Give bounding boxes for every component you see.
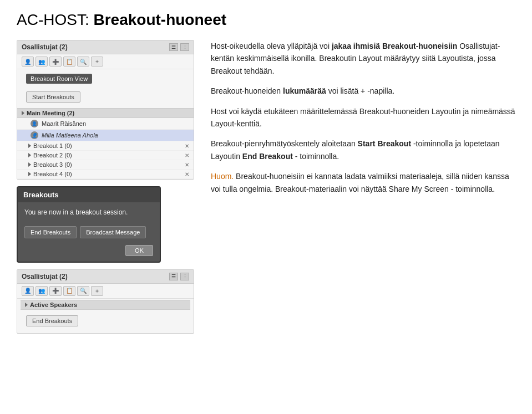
panel-header-icons: ☰ ⋮ bbox=[169, 43, 189, 51]
page-title: AC-HOST: Breakout-huoneet bbox=[17, 11, 515, 29]
icon-btn-b4[interactable]: 📋 bbox=[63, 286, 75, 296]
breakout-item-3: Breakout 3 (0) ✕ bbox=[17, 160, 194, 170]
participant-icons-row: 👤 👥 ➕ 📋 🔍 ＋ bbox=[17, 54, 194, 69]
participant-icons-bottom: 👤 👥 ➕ 📋 🔍 ＋ bbox=[17, 284, 194, 299]
triangle-icon-b2 bbox=[28, 153, 31, 157]
icon-btn-b3[interactable]: ➕ bbox=[49, 286, 62, 296]
icon-btn-plus[interactable]: ＋ bbox=[91, 57, 103, 67]
tooltip-area: Breakout Room View bbox=[17, 69, 194, 88]
icon-btn-3[interactable]: ➕ bbox=[49, 57, 62, 67]
avatar-1: 👤 bbox=[31, 120, 38, 127]
left-column: Osallistujat (2) ☰ ⋮ 👤 👥 ➕ 📋 🔍 ＋ Breakou… bbox=[17, 40, 194, 334]
end-breakouts-button[interactable]: End Breakouts bbox=[26, 315, 78, 326]
paragraph-2: Breakout-huoneiden lukumäärää voi lisätä… bbox=[211, 85, 515, 97]
paragraph-4: Breakout-pienryhmätyöskentely aloitetaan… bbox=[211, 137, 515, 162]
participant-item-2: 👤 Milla Matleena Ahola bbox=[17, 130, 194, 141]
panel-header-title-bottom: Osallistujat (2) bbox=[22, 273, 68, 280]
dialog-title: Breakouts bbox=[18, 187, 160, 202]
main-meeting-header: Main Meeting (2) bbox=[17, 108, 194, 118]
paragraph-1: Host-oikeudella oleva ylläpitäjä voi jak… bbox=[211, 40, 515, 77]
icon-btn-b2[interactable]: 👥 bbox=[36, 286, 48, 296]
panel-header-bottom: Osallistujat (2) ☰ ⋮ bbox=[17, 270, 194, 284]
dialog-body: You are now in a breakout session. bbox=[18, 202, 160, 223]
close-breakout-4[interactable]: ✕ bbox=[185, 171, 189, 177]
triangle-icon-active bbox=[25, 303, 28, 307]
paragraph-5: Huom. Breakout-huoneisiin ei kannata lad… bbox=[211, 170, 515, 195]
active-speakers-section: Active Speakers bbox=[17, 299, 194, 311]
icon-btn-4[interactable]: 📋 bbox=[63, 57, 75, 67]
tooltip-label: Breakout Room View bbox=[26, 74, 92, 84]
breakout-item-2: Breakout 2 (0) ✕ bbox=[17, 151, 194, 160]
close-breakout-2[interactable]: ✕ bbox=[185, 152, 189, 159]
dialog-buttons-row: End Breakouts Broadcast Message bbox=[18, 223, 160, 242]
participant-item-1: 👤 Maarit Räisänen bbox=[17, 118, 194, 130]
end-breakouts-area: End Breakouts bbox=[17, 311, 194, 333]
dialog-broadcast-button[interactable]: Broadcast Message bbox=[80, 226, 146, 238]
triangle-icon-b4 bbox=[28, 172, 31, 176]
participants-panel-top: Osallistujat (2) ☰ ⋮ 👤 👥 ➕ 📋 🔍 ＋ Breakou… bbox=[17, 40, 194, 180]
dialog-ok-row: OK bbox=[18, 242, 160, 262]
huom-label: Huom. bbox=[211, 172, 234, 181]
panel-header-title: Osallistujat (2) bbox=[22, 43, 68, 51]
close-breakout-3[interactable]: ✕ bbox=[185, 162, 189, 168]
icon-btn-b-search[interactable]: 🔍 bbox=[77, 286, 89, 296]
triangle-icon-b3 bbox=[28, 162, 31, 167]
triangle-icon bbox=[22, 111, 24, 115]
dialog-end-breakouts-button[interactable]: End Breakouts bbox=[24, 226, 77, 238]
active-speakers-header: Active Speakers bbox=[21, 300, 190, 310]
breakout-dialog: Breakouts You are now in a breakout sess… bbox=[17, 186, 161, 263]
breakout-item-4: Breakout 4 (0) ✕ bbox=[17, 170, 194, 179]
icon-btn-2[interactable]: 👥 bbox=[36, 57, 48, 67]
close-breakout-1[interactable]: ✕ bbox=[185, 143, 189, 149]
participants-panel-bottom: Osallistujat (2) ☰ ⋮ 👤 👥 ➕ 📋 🔍 ＋ Active … bbox=[17, 269, 194, 334]
dialog-ok-button[interactable]: OK bbox=[125, 245, 153, 256]
avatar-2: 👤 bbox=[31, 131, 38, 139]
triangle-icon-b1 bbox=[28, 144, 31, 148]
menu-icon-bottom[interactable]: ☰ bbox=[169, 273, 178, 280]
menu-icon[interactable]: ☰ bbox=[169, 43, 178, 51]
paragraph-3: Host voi käydä etukäteen määrittelemässä… bbox=[211, 105, 515, 130]
icon-btn-b1[interactable]: 👤 bbox=[22, 286, 34, 296]
right-column: Host-oikeudella oleva ylläpitäjä voi jak… bbox=[211, 40, 515, 203]
breakout-item-1: Breakout 1 (0) ✕ bbox=[17, 141, 194, 151]
start-breakouts-button[interactable]: Start Breakouts bbox=[26, 91, 80, 103]
icon-btn-search[interactable]: 🔍 bbox=[77, 57, 89, 67]
options-icon[interactable]: ⋮ bbox=[180, 43, 189, 51]
icon-btn-b-plus[interactable]: ＋ bbox=[91, 286, 103, 296]
icon-btn-1[interactable]: 👤 bbox=[22, 57, 34, 67]
panel-header-icons-bottom: ☰ ⋮ bbox=[169, 273, 189, 280]
start-breakouts-area: Start Breakouts bbox=[17, 88, 194, 108]
options-icon-bottom[interactable]: ⋮ bbox=[180, 273, 189, 280]
panel-header-top: Osallistujat (2) ☰ ⋮ bbox=[17, 40, 194, 54]
